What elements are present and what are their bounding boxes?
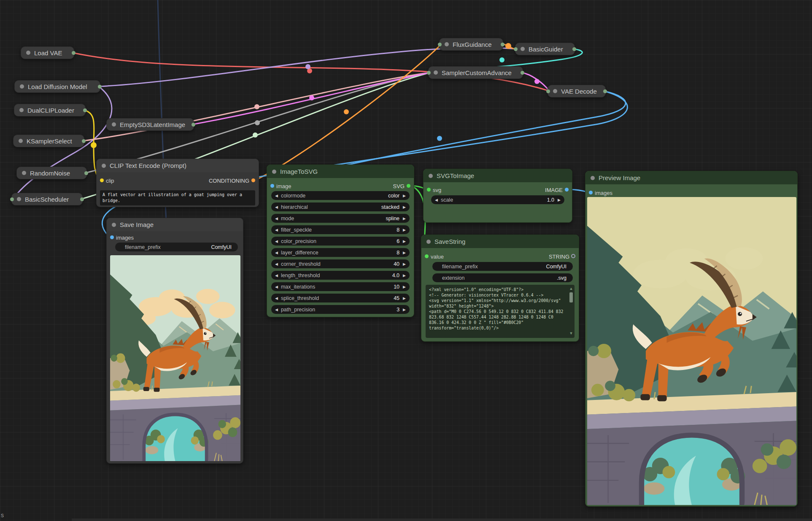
widget-length-threshold[interactable]: ◀length_threshold4.0▶ [271,271,410,280]
node-ksampler-select[interactable]: KSamplerSelect [13,135,84,147]
node-header[interactable]: SaveString [421,235,579,248]
increment-arrow-icon[interactable]: ▶ [403,194,406,198]
conditioning-output-port[interactable] [251,178,255,182]
output-port[interactable] [83,108,87,112]
widget-colormode[interactable]: ◀colormodecolor▶ [271,191,410,200]
node-basic-guider[interactable]: BasicGuider [515,43,575,55]
collapse-dot-icon[interactable] [26,51,30,55]
increment-arrow-icon[interactable]: ▶ [558,198,561,202]
collapse-dot-icon[interactable] [112,122,116,127]
decrement-arrow-icon[interactable]: ◀ [275,262,278,266]
increment-arrow-icon[interactable]: ▶ [403,216,406,221]
svg-input-port[interactable] [427,188,431,192]
widget-filter-speckle[interactable]: ◀filter_speckle8▶ [271,225,410,234]
node-header[interactable]: ImageToSVG [267,165,414,178]
output-port[interactable] [521,71,524,75]
collapse-dot-icon[interactable] [521,47,525,51]
increment-arrow-icon[interactable]: ▶ [403,285,406,289]
scroll-up-icon[interactable]: ▲ [569,286,573,291]
node-header[interactable]: SVGToImage [424,169,572,182]
decrement-arrow-icon[interactable]: ◀ [435,198,438,202]
output-port[interactable] [603,89,607,93]
increment-arrow-icon[interactable]: ▶ [403,228,406,232]
node-basic-scheduler[interactable]: BasicScheduler [11,193,83,205]
collapse-dot-icon[interactable] [17,197,21,201]
increment-arrow-icon[interactable]: ▶ [403,205,406,209]
widget-corner-threshold[interactable]: ◀corner_threshold40▶ [271,259,410,268]
decrement-arrow-icon[interactable]: ◀ [275,228,278,232]
prompt-text-widget[interactable]: A flat vector art illustration of a goat… [100,190,255,205]
value-input-port[interactable] [425,254,429,258]
collapse-dot-icon[interactable] [429,174,433,178]
collapse-dot-icon[interactable] [20,84,24,89]
textarea-scrollbar[interactable]: ▲ ▼ [569,286,574,335]
decrement-arrow-icon[interactable]: ◀ [275,273,278,278]
decrement-arrow-icon[interactable]: ◀ [275,285,278,289]
decrement-arrow-icon[interactable]: ◀ [275,308,278,312]
node-header[interactable]: CLIP Text Encode (Prompt) [97,159,259,172]
image-input-port[interactable] [270,184,274,188]
output-port[interactable] [80,197,84,201]
collapse-dot-icon[interactable] [22,171,26,175]
input-port[interactable] [514,47,518,51]
widget-path-precision[interactable]: ◀path_precision3▶ [271,305,410,314]
collapse-dot-icon[interactable] [434,70,438,75]
increment-arrow-icon[interactable]: ▶ [403,296,406,300]
collapse-dot-icon[interactable] [102,164,106,168]
horizontal-scrollbar[interactable] [72,518,812,521]
string-output-port[interactable] [571,254,575,258]
widget-splice-threshold[interactable]: ◀splice_threshold45▶ [271,294,410,302]
images-input-port[interactable] [589,191,593,194]
increment-arrow-icon[interactable]: ▶ [403,239,406,243]
collapse-dot-icon[interactable] [112,223,116,227]
node-empty-sd3-latent-image[interactable]: EmptySD3LatentImage [106,118,194,131]
node-save-image[interactable]: Save Image images filename_prefixComfyUI [106,218,243,464]
collapse-dot-icon[interactable] [19,108,24,112]
node-image-to-svg[interactable]: ImageToSVG image SVG ◀colormodecolor▶ ◀h… [267,165,414,317]
decrement-arrow-icon[interactable]: ◀ [275,205,278,209]
svg-output-port[interactable] [407,184,410,188]
output-port[interactable] [72,51,76,55]
node-header[interactable]: Preview Image [585,171,797,184]
node-random-noise[interactable]: RandomNoise [16,167,87,179]
output-port[interactable] [192,123,195,127]
collapse-dot-icon[interactable] [445,42,449,46]
scroll-down-icon[interactable]: ▼ [569,331,573,335]
scrollbar-thumb[interactable] [569,292,573,302]
input-port[interactable] [546,89,550,93]
node-clip-text-encode[interactable]: CLIP Text Encode (Prompt) clip CONDITION… [96,159,259,207]
widget-scale[interactable]: ◀scale1.0▶ [431,195,564,204]
node-save-string[interactable]: SaveString value STRING filename_prefixC… [421,235,579,342]
collapse-dot-icon[interactable] [19,139,23,143]
increment-arrow-icon[interactable]: ▶ [403,251,406,255]
increment-arrow-icon[interactable]: ▶ [403,308,406,312]
widget-mode[interactable]: ◀modespline▶ [271,214,410,223]
node-header[interactable]: Save Image [107,218,243,231]
filename-prefix-field[interactable]: filename_prefixComfyUI [432,262,573,271]
extension-field[interactable]: extension.svg [432,273,573,282]
widget-hierarchical[interactable]: ◀hierarchicalstacked▶ [271,202,410,211]
input-port[interactable] [438,43,442,46]
node-sampler-custom-advance[interactable]: SamplerCustomAdvance [428,66,523,79]
output-port[interactable] [98,85,102,89]
node-dual-clip-loader[interactable]: DualCLIPLoader [14,104,86,116]
collapse-dot-icon[interactable] [272,170,276,174]
output-port[interactable] [84,171,88,175]
node-svg-to-image[interactable]: SVGToImage svg IMAGE ◀scale1.0▶ [423,169,572,223]
image-output-port[interactable] [565,188,569,192]
node-load-vae[interactable]: Load VAE [21,46,74,59]
decrement-arrow-icon[interactable]: ◀ [275,296,278,300]
images-input-port[interactable] [110,235,114,239]
increment-arrow-icon[interactable]: ▶ [403,273,406,278]
widget-color-precision[interactable]: ◀color_precision6▶ [271,237,410,246]
output-port[interactable] [572,47,576,51]
collapse-dot-icon[interactable] [591,176,595,180]
clip-input-port[interactable] [100,178,104,182]
widget-layer-difference[interactable]: ◀layer_difference8▶ [271,248,410,257]
node-vae-decode[interactable]: VAE Decode [548,85,606,97]
decrement-arrow-icon[interactable]: ◀ [275,216,278,221]
decrement-arrow-icon[interactable]: ◀ [275,251,278,255]
decrement-arrow-icon[interactable]: ◀ [275,194,278,198]
filename-prefix-field[interactable]: filename_prefixComfyUI [115,243,238,251]
input-port[interactable] [427,71,431,75]
